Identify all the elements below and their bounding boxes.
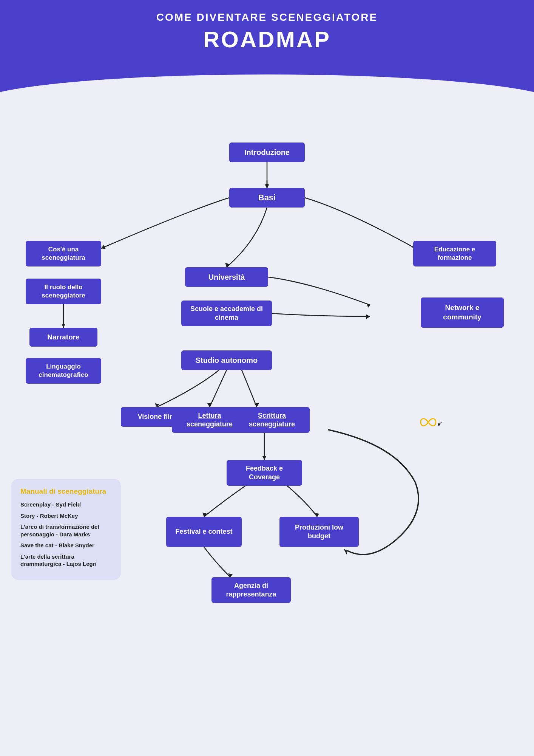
manuali-title: Manuali di sceneggiatura: [20, 487, 112, 496]
node-basi: Basi: [229, 188, 305, 208]
node-scuole: Scuole e accademie di cinema: [181, 301, 272, 326]
node-ruolo: Il ruolo dello sceneggiatore: [26, 279, 101, 304]
svg-marker-6: [225, 263, 230, 267]
node-narratore: Narratore: [29, 328, 97, 347]
manuali-item-2: Story - Robert McKey: [20, 512, 112, 520]
svg-marker-11: [155, 403, 159, 407]
header: COME DIVENTARE SCENEGGIATORE ROADMAP: [0, 0, 534, 75]
manuali-list: Screenplay - Syd Field Story - Robert Mc…: [20, 501, 112, 568]
svg-marker-19: [228, 573, 233, 577]
svg-marker-1: [265, 184, 269, 188]
svg-marker-4: [101, 245, 106, 249]
manuali-item-1: Screenplay - Syd Field: [20, 501, 112, 508]
wave-decoration: [0, 74, 534, 105]
node-cosuna: Cos'è una sceneggiatura: [26, 241, 101, 266]
node-linguaggio: Linguaggio cinematografico: [26, 358, 101, 384]
header-title: ROADMAP: [8, 26, 526, 53]
manuali-item-4: Save the cat - Blake Snyder: [20, 542, 112, 549]
node-studio: Studio autonomo: [181, 350, 272, 370]
node-introduzione: Introduzione: [229, 143, 305, 162]
svg-marker-18: [315, 513, 319, 517]
svg-line-22: [439, 422, 441, 424]
svg-marker-14: [255, 403, 259, 407]
node-network: Network e community: [421, 297, 504, 328]
svg-marker-17: [202, 513, 207, 517]
node-universita: Università: [185, 267, 268, 287]
svg-marker-13: [207, 403, 212, 407]
node-festival: Festival e contest: [166, 517, 242, 547]
node-scrittura: Scrittura sceneggiature: [234, 407, 310, 433]
svg-line-12: [210, 370, 227, 407]
node-agenzia: Agenzia di rappresentanza: [211, 577, 291, 603]
manuali-box: Manuali di sceneggiatura Screenplay - Sy…: [11, 479, 121, 580]
header-subtitle: COME DIVENTARE SCENEGGIATORE: [8, 11, 526, 23]
svg-marker-10: [366, 314, 370, 319]
manuali-item-3: L'arco di transformazione del personaggi…: [20, 523, 112, 538]
infinity-decoration: [413, 415, 443, 430]
node-educazione: Educazione e formazione: [413, 241, 496, 266]
main-content: Introduzione Basi Cos'è una sceneggiatur…: [0, 105, 534, 756]
manuali-item-5: L'arte della scrittura drammaturgica - L…: [20, 553, 112, 568]
svg-marker-20: [344, 549, 347, 555]
node-produzioni: Produzioni low budget: [279, 517, 359, 547]
svg-marker-9: [366, 303, 370, 308]
svg-marker-16: [262, 456, 266, 460]
node-feedback: Feedback e Coverage: [227, 460, 302, 486]
svg-marker-8: [62, 324, 65, 328]
